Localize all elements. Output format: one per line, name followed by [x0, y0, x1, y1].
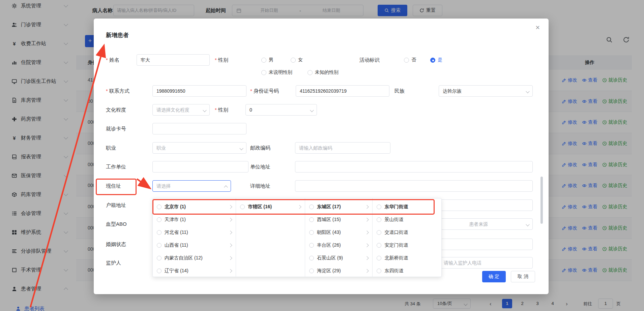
cascader-column: 北京市 (1)天津市 (1)河北省 (11)山西省 (11)内蒙古自治区 (12…	[153, 198, 236, 277]
cascader-option[interactable]: 东华门街道	[373, 200, 441, 213]
name-label: 姓名	[106, 54, 119, 66]
chevron-right-icon	[229, 243, 232, 247]
radio-icon[interactable]	[377, 243, 381, 248]
postal-code-input[interactable]: 请输入邮政编码	[295, 142, 390, 154]
visit-card-input[interactable]	[152, 123, 246, 134]
radio-icon[interactable]	[157, 269, 162, 273]
work-unit-input[interactable]	[152, 161, 248, 173]
cascader-option[interactable]: 北京市 (1)	[153, 200, 236, 213]
current-address-select[interactable]: 请选择	[152, 180, 231, 192]
cascader-option[interactable]: 内蒙古自治区 (12)	[153, 252, 236, 265]
cascader-option[interactable]: 交道口街道	[373, 226, 441, 239]
cascader-option-label: 东城区 (17)	[317, 204, 341, 210]
cascader-option-label: 石景山区 (9)	[317, 255, 343, 261]
gender-radio-unknown[interactable]: 未知的性别	[308, 67, 339, 78]
modal-scrollbar[interactable]	[540, 177, 543, 224]
cascader-option-label: 海淀区 (29)	[317, 268, 341, 274]
ethnicity-select[interactable]: 达斡尔族	[439, 85, 533, 97]
radio-icon[interactable]	[309, 205, 314, 209]
active-flag-radio-yes[interactable]: 是	[430, 54, 442, 66]
cascader-option[interactable]: 丰台区 (26)	[305, 239, 373, 252]
radio-icon[interactable]	[309, 230, 314, 235]
id-number-label: 身份证号码	[250, 85, 279, 97]
gender-code-select[interactable]: 0	[245, 104, 317, 116]
cascader-option[interactable]: 安定门街道	[373, 239, 441, 252]
cascader-option-label: 朝阳区 (43)	[317, 229, 341, 236]
radio-icon	[404, 58, 409, 63]
radio-icon[interactable]	[157, 256, 162, 260]
cascader-option-label: 景山街道	[384, 217, 403, 223]
radio-icon[interactable]	[377, 205, 381, 209]
cascader-option[interactable]: 石景山区 (9)	[305, 252, 373, 265]
cascader-option[interactable]: 河北省 (11)	[153, 226, 236, 239]
radio-icon[interactable]	[377, 269, 381, 273]
cascader-option[interactable]: 天津市 (1)	[153, 213, 236, 226]
radio-icon[interactable]	[377, 230, 381, 235]
active-flag-radio-no[interactable]: 否	[404, 54, 416, 66]
cascader-option[interactable]: 山西省 (11)	[153, 239, 236, 252]
radio-icon[interactable]	[157, 217, 162, 222]
cascader-option-label: 安定门街道	[384, 242, 408, 248]
chevron-right-icon	[365, 256, 369, 260]
cascader-option[interactable]: 辽宁省 (14)	[153, 265, 236, 277]
radio-icon[interactable]	[377, 256, 381, 260]
radio-icon[interactable]	[157, 243, 162, 248]
cascader-option-label: 山西省 (11)	[165, 242, 188, 248]
radio-selected-icon	[430, 58, 435, 63]
gender-radio-unspecified[interactable]: 未说明性别	[261, 67, 292, 78]
radio-icon[interactable]	[157, 230, 162, 235]
radio-icon[interactable]	[157, 205, 162, 209]
name-input[interactable]: 牢大	[137, 54, 210, 66]
radio-icon[interactable]	[377, 217, 381, 222]
ethnicity-label: 民族	[394, 85, 405, 97]
confirm-button[interactable]: 确 定	[482, 271, 506, 282]
chevron-right-icon	[229, 218, 232, 221]
dialog-title: 新增患者	[106, 31, 129, 39]
chevron-up-icon	[224, 185, 228, 189]
postal-code-label: 邮政编码	[250, 142, 270, 154]
cancel-button[interactable]: 取 消	[511, 271, 535, 282]
radio-icon[interactable]	[309, 256, 314, 260]
cascader-option-label: 北新桥街道	[384, 255, 408, 261]
gender-label: 性别	[215, 54, 228, 66]
radio-icon[interactable]	[240, 205, 245, 209]
cascader-option[interactable]: 市辖区 (16)	[236, 200, 305, 213]
gender-radio-female[interactable]: 女	[291, 54, 303, 66]
radio-icon	[261, 70, 266, 75]
cascader-option[interactable]: 景山街道	[373, 213, 441, 226]
cascader-option[interactable]: 朝阳区 (43)	[305, 226, 373, 239]
cascader-option-label: 北京市 (1)	[165, 204, 186, 210]
chevron-right-icon	[229, 230, 232, 234]
unit-address-input[interactable]	[295, 161, 533, 173]
cascader-option[interactable]: 海淀区 (29)	[305, 265, 373, 277]
radio-icon	[291, 58, 296, 63]
chevron-down-icon	[310, 108, 314, 112]
current-address-label: 现住址	[106, 180, 121, 192]
chevron-down-icon	[526, 222, 529, 226]
id-number-input[interactable]: 411625192602039719	[296, 85, 389, 97]
cascader-option-label: 东华门街道	[384, 204, 408, 210]
gender-code-label: 性别	[215, 104, 228, 116]
radio-icon[interactable]	[309, 243, 314, 248]
cascader-option[interactable]: 西城区 (15)	[305, 213, 373, 226]
radio-icon[interactable]	[309, 269, 314, 273]
chevron-right-icon	[229, 269, 232, 273]
detail-address-input[interactable]	[295, 180, 533, 192]
chevron-right-icon	[365, 243, 369, 247]
cascader-option-label: 天津市 (1)	[165, 217, 186, 223]
gender-radio-male[interactable]: 男	[261, 54, 273, 66]
chevron-right-icon	[365, 218, 369, 221]
occupation-label: 职业	[106, 142, 116, 154]
cascader-option[interactable]: 东城区 (17)	[305, 200, 373, 213]
work-unit-label: 工作单位	[106, 161, 126, 173]
education-select[interactable]: 请选择文化程度	[152, 104, 210, 116]
chevron-right-icon	[365, 230, 369, 234]
cascader-option[interactable]: 北新桥街道	[373, 252, 441, 265]
chevron-right-icon	[229, 256, 232, 260]
radio-icon[interactable]	[309, 217, 314, 222]
cascader-option-label: 东四街道	[384, 268, 403, 274]
cascader-option[interactable]: 东四街道	[373, 265, 441, 277]
close-icon[interactable]: ×	[535, 23, 540, 32]
contact-input[interactable]: 19880991650	[152, 85, 246, 97]
occupation-select[interactable]: 职业	[152, 142, 246, 154]
